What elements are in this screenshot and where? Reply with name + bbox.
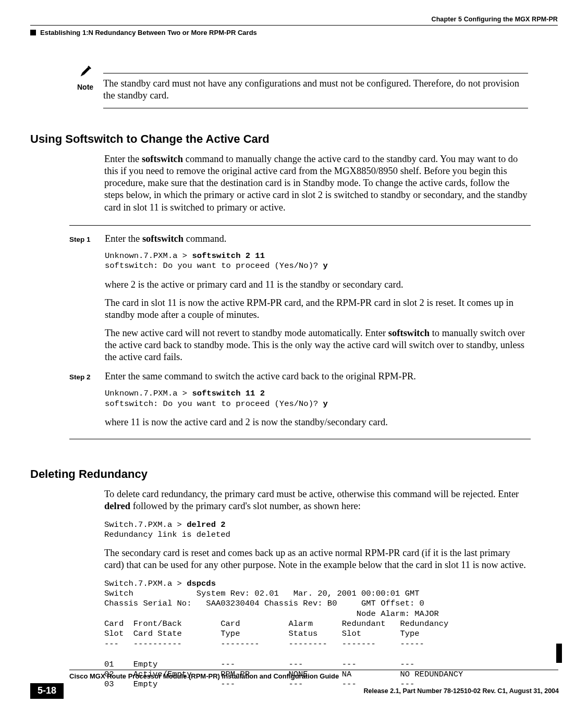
cmd-bold: softswitch (142, 154, 183, 164)
right-edge-marker-icon (556, 644, 562, 663)
note-label: Note (77, 83, 103, 91)
delred-code: Switch.7.PXM.a > delred 2 Redundancy lin… (104, 520, 529, 540)
steps-bottom-rule (69, 439, 531, 439)
step1-code: Unknown.7.PXM.a > softswitch 2 11 softsw… (105, 251, 530, 272)
step1-label: Step 1 (69, 236, 105, 243)
step1-body: Enter the softswitch command. Unknown.7.… (105, 233, 530, 370)
code-text: softswitch: Do you want to proceed (Yes/… (105, 261, 323, 270)
note-bottom-rule (103, 108, 528, 108)
step1-p2: where 2 is the active or primary card an… (105, 279, 530, 291)
step2-p2: where 11 is now the active card and 2 is… (105, 416, 530, 428)
code-bold: y (323, 399, 328, 409)
page-number-badge: 5-18 (30, 683, 64, 699)
cmd-bold: softswitch (142, 233, 183, 244)
step2-code: Unknown.7.PXM.a > softswitch 11 2 softsw… (105, 389, 530, 409)
breadcrumb-text: Establishing 1:N Redundancy Between Two … (40, 29, 257, 36)
breadcrumb: Establishing 1:N Redundancy Between Two … (30, 29, 558, 36)
note-text: The standby card must not have any confi… (103, 78, 528, 102)
deleting-body: To delete card redundancy, the primary c… (104, 488, 529, 689)
text: To delete card redundancy, the primary c… (104, 489, 519, 499)
step2-label: Step 2 (69, 373, 105, 381)
header-rule (30, 25, 558, 26)
text: command. (183, 233, 226, 244)
heading-deleting: Deleting Redundancy (30, 467, 558, 481)
header-marker-icon (30, 30, 36, 35)
steps-block: Step 1 Enter the softswitch command. Unk… (69, 225, 531, 435)
note-top-rule (103, 73, 528, 73)
code-bold: dspcds (187, 579, 216, 588)
softswitch-intro: Enter the softswitch command to manually… (104, 153, 529, 214)
svg-rect-0 (82, 67, 90, 75)
cmd-bold: softswitch (388, 328, 430, 338)
deleting-p2: The secondary card is reset and comes ba… (104, 547, 529, 571)
step2-l1: Enter the same command to switch the act… (105, 371, 530, 382)
heading-softswitch: Using Softswitch to Change the Active Ca… (30, 132, 558, 146)
footer-rule (69, 670, 558, 670)
note-block: Note The standby card must not have any … (77, 73, 531, 108)
code-bold: y (323, 261, 328, 270)
code-text: Redundancy link is deleted (104, 530, 230, 539)
code-text: Switch.7.PXM.a > (104, 579, 187, 588)
code-text: Unknown.7.PXM.a > (105, 389, 192, 398)
step2-body: Enter the same command to switch the act… (105, 371, 530, 435)
code-text: softswitch: Do you want to proceed (Yes/… (105, 399, 323, 409)
footer-guide-title: Cisco MGX Route Processor Module (RPM-PR… (69, 672, 559, 680)
text: The new active card will not revert to s… (105, 328, 388, 338)
code-text: Switch.7.PXM.a > (104, 520, 187, 529)
pencil-icon (77, 65, 92, 80)
step1-p3: The card in slot 11 is now the active RP… (105, 297, 530, 321)
code-text: Unknown.7.PXM.a > (105, 251, 192, 261)
code-bold: softswitch 2 11 (192, 251, 265, 261)
text: Enter the (105, 233, 142, 244)
page-footer: Cisco MGX Route Processor Module (RPM-PR… (30, 670, 559, 699)
running-header-chapter: Chapter 5 Configuring the MGX RPM-PR (30, 16, 558, 23)
code-bold: softswitch 11 2 (192, 389, 265, 398)
text: Enter the (104, 154, 142, 164)
code-bold: delred 2 (187, 520, 225, 529)
cmd-bold: delred (104, 501, 130, 511)
footer-release: Release 2.1, Part Number 78-12510-02 Rev… (364, 687, 559, 695)
text: followed by the primary card's slot numb… (130, 501, 361, 511)
